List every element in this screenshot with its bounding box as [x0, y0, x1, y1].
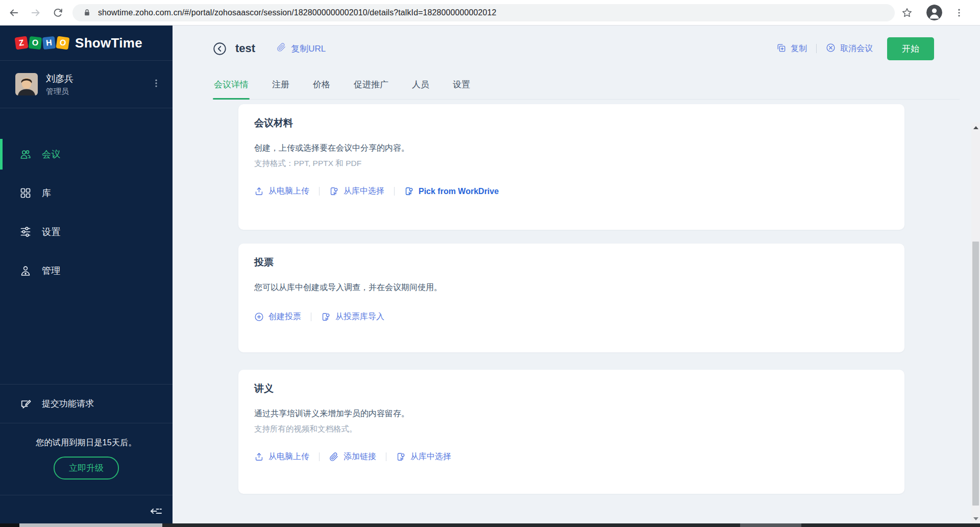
import-from-poll-library-link[interactable]: 从投票库导入	[321, 312, 384, 322]
tab-settings[interactable]: 设置	[452, 74, 471, 99]
sidebar-item-label: 设置	[42, 226, 61, 238]
browser-back-icon[interactable]	[8, 7, 20, 19]
user-menu-icon[interactable]	[151, 78, 161, 90]
browser-forward-icon[interactable]	[30, 7, 42, 19]
back-icon[interactable]	[213, 42, 227, 56]
feature-request-button[interactable]: 提交功能请求	[0, 385, 173, 423]
divider	[394, 187, 395, 196]
collapse-sidebar-icon[interactable]	[148, 503, 164, 519]
copy-url-label: 复制URL	[291, 43, 326, 55]
user-avatar	[15, 73, 38, 95]
card-title: 投票	[254, 256, 884, 269]
sidebar-item-label: 会议	[42, 148, 61, 160]
session-title: test	[235, 42, 255, 55]
link-label: 从电脑上传	[268, 186, 309, 197]
tab-pricing[interactable]: 价格	[312, 74, 331, 99]
library-grid-icon	[19, 187, 32, 199]
user-role: 管理员	[46, 86, 151, 97]
cancel-label: 取消会议	[840, 43, 873, 54]
user-name: 刘彦兵	[46, 72, 151, 85]
card-actions: 创建投票 从投票库导入	[254, 312, 884, 322]
address-bar[interactable]: showtime.zoho.com.cn/#/portal/zohosaasco…	[72, 4, 895, 21]
brand-name: ShowTime	[75, 35, 142, 51]
divider	[386, 452, 386, 461]
link-label: 添加链接	[344, 451, 376, 462]
pick-from-workdrive-link[interactable]: Pick from WorkDrive	[404, 186, 499, 196]
scroll-down-arrow[interactable]	[971, 515, 980, 523]
horizontal-scrollbar-segment	[740, 523, 801, 527]
upload-from-computer-link[interactable]: 从电脑上传	[254, 451, 309, 462]
tab-session-details[interactable]: 会议详情	[213, 74, 250, 99]
bookmark-star-icon[interactable]	[901, 7, 913, 19]
duplicate-session-button[interactable]: 复制	[776, 43, 807, 55]
pick-from-library-link[interactable]: 从库中选择	[396, 451, 451, 462]
upload-from-computer-link[interactable]: 从电脑上传	[254, 186, 309, 197]
sidebar-item-library[interactable]: 库	[0, 174, 173, 212]
tab-registration[interactable]: 注册	[271, 74, 290, 99]
tab-people[interactable]: 人员	[411, 74, 430, 99]
vertical-scrollbar[interactable]	[971, 123, 980, 524]
copy-icon	[776, 43, 786, 55]
zoho-block-z: Z	[14, 36, 28, 50]
meetings-icon	[19, 148, 32, 160]
card-actions: 从电脑上传 从库中选择	[254, 186, 884, 197]
divider	[319, 187, 320, 196]
settings-sliders-icon	[19, 226, 32, 238]
lock-icon	[81, 7, 93, 19]
zoho-block-h: H	[42, 36, 56, 50]
sidebar-item-label: 库	[42, 187, 52, 199]
user-meta: 刘彦兵 管理员	[46, 72, 151, 96]
brand-logo[interactable]: Z O H O ShowTime	[0, 26, 173, 60]
link-label: Pick from WorkDrive	[419, 187, 499, 196]
browser-profile-icon[interactable]	[926, 5, 942, 20]
feedback-chat-icon	[19, 398, 32, 410]
sidebar-item-settings[interactable]: 设置	[0, 212, 173, 251]
zoho-block-o1: O	[29, 36, 42, 50]
link-label: 创建投票	[268, 312, 301, 322]
zoho-logo-icon: Z O H O	[15, 37, 69, 49]
create-poll-link[interactable]: 创建投票	[254, 312, 301, 322]
sidebar-item-admin[interactable]: 管理	[0, 251, 173, 290]
scroll-up-arrow[interactable]	[971, 124, 980, 132]
add-link-link[interactable]: 添加链接	[329, 451, 376, 462]
cancel-session-button[interactable]: 取消会议	[826, 43, 873, 55]
sidebar-item-meetings[interactable]: 会议	[0, 135, 173, 174]
upgrade-button[interactable]: 立即升级	[54, 457, 119, 480]
start-button[interactable]: 开始	[887, 37, 934, 60]
upload-icon	[254, 186, 264, 196]
card-actions: 从电脑上传 添加链接	[254, 451, 884, 462]
trial-expiry-text: 您的试用到期日是15天后。	[0, 438, 173, 448]
paperclip-icon	[277, 42, 286, 55]
sidebar-footer	[0, 495, 173, 527]
trial-info: 您的试用到期日是15天后。 立即升级	[0, 423, 173, 495]
cards-area: 会议材料 创建，上传或选择要在会议中分享的内容。 支持格式：PPT, PPTX …	[238, 104, 904, 494]
sidebar-item-label: 管理	[42, 265, 61, 277]
card-format-hint: 支持所有的视频和文档格式。	[254, 424, 884, 435]
user-profile[interactable]: 刘彦兵 管理员	[0, 61, 173, 108]
vertical-scrollbar-thumb[interactable]	[972, 242, 979, 506]
divider	[311, 313, 311, 321]
card-materials: 会议材料 创建，上传或选择要在会议中分享的内容。 支持格式：PPT, PPTX …	[238, 104, 904, 230]
card-format-hint: 支持格式：PPT, PPTX 和 PDF	[254, 158, 884, 169]
card-description: 创建，上传或选择要在会议中分享的内容。	[254, 143, 884, 154]
browser-menu-icon[interactable]	[953, 7, 965, 19]
tab-promotion[interactable]: 促进推广	[353, 74, 389, 99]
card-polls: 投票 您可以从库中创建或导入调查，并在会议期间使用。 创建投票	[238, 244, 904, 352]
session-tabs: 会议详情 注册 价格 促进推广 人员 设置	[213, 74, 960, 100]
copy-url-link[interactable]: 复制URL	[277, 42, 326, 55]
horizontal-scrollbar[interactable]	[0, 523, 980, 527]
link-label: 从电脑上传	[268, 451, 309, 462]
sidebar: Z O H O ShowTime 刘彦兵 管理员	[0, 26, 173, 527]
library-pick-icon	[321, 312, 331, 322]
upload-icon	[254, 452, 264, 462]
paperclip-icon	[329, 452, 339, 462]
horizontal-scrollbar-thumb[interactable]	[19, 523, 162, 527]
cancel-circle-icon	[826, 43, 836, 55]
sidebar-nav: 会议 库 设置 管理	[0, 108, 173, 290]
library-pick-icon	[396, 452, 406, 462]
library-pick-icon	[329, 186, 339, 196]
url-text[interactable]: showtime.zoho.com.cn/#/portal/zohosaasco…	[98, 8, 497, 17]
pick-from-library-link[interactable]: 从库中选择	[329, 186, 384, 197]
divider	[319, 452, 320, 461]
browser-reload-icon[interactable]	[52, 7, 64, 19]
